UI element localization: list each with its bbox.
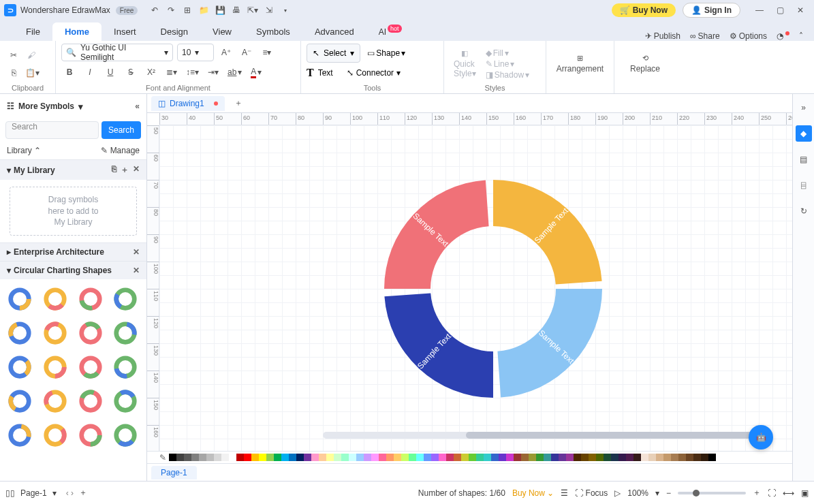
shadow-button[interactable]: ◨ Shadow ▾ [486, 70, 529, 80]
color-swatch[interactable] [701, 454, 708, 461]
shape-thumbnail[interactable] [5, 353, 34, 381]
color-swatch[interactable] [341, 454, 349, 461]
font-size-select[interactable]: 10 ▾ [177, 44, 214, 61]
search-button[interactable]: Search [101, 121, 141, 139]
select-tool[interactable]: ↖ Select ▾ [307, 44, 360, 63]
color-swatch[interactable] [439, 454, 446, 461]
color-swatch[interactable] [566, 454, 574, 461]
color-swatch[interactable] [551, 454, 559, 461]
font-color-icon[interactable]: A▾ [248, 64, 264, 80]
page-pane-icon[interactable]: ▤ [796, 151, 812, 168]
zoom-slider[interactable] [678, 492, 746, 494]
status-buy-link[interactable]: Buy Now ⌄ [512, 488, 554, 498]
color-swatch[interactable] [364, 454, 371, 461]
shape-thumbnail[interactable] [5, 387, 34, 415]
zoom-out-button[interactable]: − [666, 488, 671, 498]
shape-thumbnail[interactable] [111, 285, 140, 313]
donut-chart-shape[interactable]: Sample TextSample TextSample TextSample … [377, 173, 609, 405]
color-swatch[interactable] [259, 454, 266, 461]
document-tab[interactable]: ◫ Drawing1 [151, 96, 225, 111]
color-swatch[interactable] [506, 454, 514, 461]
shape-thumbnail[interactable] [76, 319, 105, 347]
color-swatch[interactable] [693, 454, 701, 461]
color-swatch[interactable] [214, 454, 221, 461]
minimize-icon[interactable]: — [750, 3, 769, 18]
shape-thumbnail[interactable] [41, 285, 69, 313]
notifications-icon[interactable]: ◔ [777, 31, 789, 41]
color-swatch[interactable] [559, 454, 566, 461]
shape-thumbnail[interactable] [41, 387, 69, 415]
add-lib-icon[interactable]: ＋ [121, 164, 129, 176]
horizontal-scrollbar[interactable] [323, 432, 759, 439]
status-page-label[interactable]: Page-1 [20, 488, 47, 498]
color-swatch[interactable] [191, 454, 199, 461]
open-icon[interactable]: 📁 [196, 3, 211, 18]
add-page-button[interactable]: ＋ [79, 487, 87, 499]
circular-shapes-section[interactable]: ▾ Circular Charting Shapes✕ [0, 261, 146, 279]
color-swatch[interactable] [641, 454, 648, 461]
tab-advanced[interactable]: Advanced [302, 22, 366, 41]
tab-view[interactable]: View [200, 22, 244, 41]
color-swatch[interactable] [461, 454, 469, 461]
text-case-icon[interactable]: ab▾ [225, 64, 244, 80]
color-swatch[interactable] [431, 454, 439, 461]
increase-font-icon[interactable]: A⁺ [218, 44, 234, 61]
shape-thumbnail[interactable] [111, 319, 140, 347]
close-icon[interactable]: ✕ [791, 3, 810, 18]
color-swatch[interactable] [671, 454, 678, 461]
cut-icon[interactable]: ✂ [5, 47, 22, 63]
search-input[interactable]: Search [5, 121, 99, 139]
color-swatch[interactable] [206, 454, 214, 461]
shape-thumbnail[interactable] [76, 421, 105, 450]
zoom-value[interactable]: 100% [627, 488, 648, 498]
collapse-panel-icon[interactable]: « [135, 101, 140, 111]
shape-tool[interactable]: ▭ Shape ▾ [367, 48, 405, 58]
color-swatch[interactable] [678, 454, 686, 461]
shape-thumbnail[interactable] [76, 353, 105, 381]
color-swatch[interactable] [236, 454, 244, 461]
color-swatch[interactable] [229, 454, 236, 461]
comment-pane-icon[interactable]: ⌸ [796, 177, 812, 193]
strike-icon[interactable]: S̶ [123, 64, 139, 80]
canvas[interactable]: Sample TextSample TextSample TextSample … [159, 125, 792, 451]
shape-thumbnail[interactable] [76, 387, 105, 415]
shape-thumbnail[interactable] [41, 319, 69, 347]
color-swatch[interactable] [574, 454, 581, 461]
share-button[interactable]: ∞ Share [690, 31, 720, 41]
maximize-icon[interactable]: ▢ [770, 3, 789, 18]
line-spacing-icon[interactable]: ↕≡▾ [184, 64, 201, 80]
color-swatch[interactable] [199, 454, 206, 461]
bold-icon[interactable]: B [61, 64, 78, 80]
copy-icon[interactable]: ⎘ [5, 65, 22, 81]
color-swatch[interactable] [484, 454, 491, 461]
paste-icon[interactable]: 📋▾ [23, 65, 42, 81]
shape-thumbnail[interactable] [111, 421, 140, 450]
tab-design[interactable]: Design [148, 22, 200, 41]
shape-thumbnail[interactable] [76, 285, 105, 313]
color-swatch[interactable] [409, 454, 416, 461]
redo-icon[interactable]: ↷ [163, 3, 178, 18]
color-swatch[interactable] [626, 454, 633, 461]
color-swatch[interactable] [319, 454, 326, 461]
align-icon[interactable]: ≡▾ [259, 44, 275, 61]
color-swatch[interactable] [476, 454, 484, 461]
color-swatch[interactable] [491, 454, 499, 461]
color-swatch[interactable] [611, 454, 619, 461]
page-nav-icon[interactable]: ▯▯ [5, 488, 15, 498]
color-swatch[interactable] [356, 454, 364, 461]
color-swatch[interactable] [708, 454, 716, 461]
color-swatch[interactable] [663, 454, 671, 461]
fit-width-icon[interactable]: ⟷ [783, 488, 794, 498]
enterprise-arch-section[interactable]: ▸ Enterprise Architecture✕ [0, 242, 146, 261]
bullets-icon[interactable]: ≣▾ [163, 64, 180, 80]
collapse-ribbon-icon[interactable]: ˄ [799, 31, 803, 41]
color-swatch[interactable] [184, 454, 191, 461]
format-pane-icon[interactable]: ◆ [796, 125, 812, 142]
qat-more-icon[interactable]: ▾ [278, 3, 293, 18]
color-swatch[interactable] [176, 454, 184, 461]
page-tab[interactable]: Page-1 [151, 466, 197, 479]
color-swatch[interactable] [296, 454, 304, 461]
more-symbols-label[interactable]: More Symbols [18, 101, 74, 111]
fill-button[interactable]: ◆ Fill ▾ [486, 48, 529, 58]
color-swatch[interactable] [529, 454, 536, 461]
